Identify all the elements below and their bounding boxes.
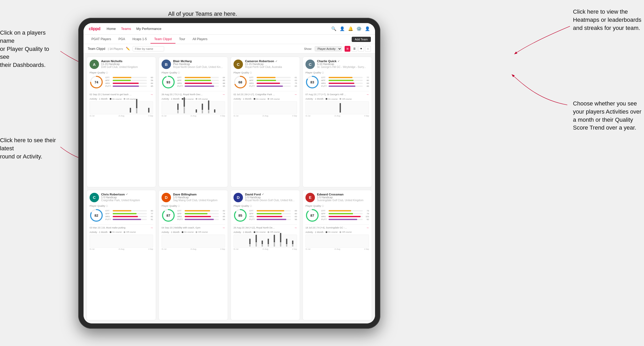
oncourse-dot — [326, 231, 327, 233]
tab-hcaps[interactable]: Hcaps 1-5 — [129, 35, 150, 44]
chart-labels: 31 Jul 21 Aug 4 Sep — [305, 248, 369, 250]
round-arrow-icon[interactable]: → — [222, 226, 225, 229]
arg-bar: ARG 83 — [249, 215, 297, 218]
player-card[interactable]: D David Ford ✓ 1-5 Handicap Royal North … — [231, 190, 300, 321]
round-arrow-icon[interactable]: → — [366, 226, 369, 229]
chart-label-mid: 21 Aug — [334, 115, 340, 117]
player-avatar: D — [162, 193, 171, 202]
quality-section[interactable]: 93 OTT 84 APP 85 ARG 88 — [162, 75, 225, 89]
round-arrow-icon[interactable]: → — [294, 226, 297, 229]
activity-legend: On course Off course — [110, 231, 136, 233]
round-arrow-icon[interactable]: → — [222, 93, 225, 96]
activity-title: Activity · 1 Month — [162, 98, 180, 100]
tab-pgat-players[interactable]: PGAT Players — [88, 35, 115, 44]
putt-bar: PUTT 85 — [105, 85, 153, 87]
filter-input[interactable] — [133, 46, 164, 51]
edit-icon[interactable]: ✏️ — [126, 47, 130, 51]
tab-all-players[interactable]: All Players — [189, 35, 211, 44]
show-select[interactable]: Player Activity — [315, 46, 342, 51]
round-arrow-icon[interactable]: → — [150, 93, 153, 96]
quality-section[interactable]: 74 OTT 60 APP 58 ARG 84 — [90, 75, 153, 89]
player-name[interactable]: Chris Robertson ✓ — [101, 193, 153, 196]
grid-view-button[interactable]: ⊞ — [345, 46, 350, 52]
quality-label: Player Quality ⓘ — [233, 204, 297, 207]
oncourse-label: On course — [256, 231, 266, 233]
latest-round-text: 26 Aug 23 | 73 (+1), Royal North Devon G… — [162, 93, 204, 96]
putt-bar: PUTT 92 — [321, 218, 369, 221]
latest-round[interactable]: 26 Aug 23 | 84 (+12), Royal North Devon … — [233, 224, 297, 229]
quality-section[interactable]: 68 OTT 61 APP 63 ARG 75 — [233, 75, 297, 89]
player-name[interactable]: Charlie Quick ✓ — [317, 60, 369, 63]
player-card[interactable]: C Charlie Quick ✓ 6-10 Handicap St. Geor… — [303, 57, 372, 187]
quality-section[interactable]: 87 OTT 82 APP 74 ARG 85 — [162, 209, 225, 222]
activity-chart — [90, 235, 153, 248]
arg-bar: ARG 75 — [249, 82, 297, 84]
activity-header: Activity · 1 Month On course Off course — [305, 231, 369, 233]
round-arrow-icon[interactable]: → — [366, 93, 369, 96]
latest-round[interactable]: 07 Aug 23 | 77 (+7), St George's Hill GC… — [305, 91, 369, 96]
activity-header: Activity · 1 Month On course Off course — [162, 98, 225, 100]
player-card[interactable]: E Edward Crossman 1-5 Handicap Sunningda… — [303, 190, 372, 321]
chart-label-start: 31 Jul — [305, 115, 310, 117]
chart-labels: 31 Jul 21 Aug 4 Sep — [90, 248, 153, 250]
latest-round[interactable]: 18 Jul 23 | 74 (+4), Sunningdale GC - Ol… — [305, 224, 369, 229]
latest-round[interactable]: 02 Jul 23 | 59 (+17), Craigmillar Park G… — [233, 91, 297, 96]
quality-bars: OTT 60 APP 58 ARG 84 PUTT 85 — [105, 76, 153, 88]
round-arrow-icon[interactable]: → — [294, 93, 297, 96]
player-name[interactable]: Cameron Robertson ✓ — [245, 60, 297, 63]
oncourse-label: On course — [112, 98, 122, 100]
latest-round[interactable]: 26 Aug 23 | 73 (+1), Royal North Devon G… — [162, 91, 225, 96]
chart-labels: 31 Jul 21 Aug 4 Sep — [233, 248, 297, 250]
player-name[interactable]: Blair McHarg — [173, 60, 225, 63]
person-icon[interactable]: 👤 — [340, 26, 345, 31]
avatar-icon[interactable]: 👤 — [365, 26, 370, 31]
quality-section[interactable]: 87 OTT 73 APP 79 ARG 103 — [305, 209, 369, 222]
nav-logo: clippd — [89, 26, 100, 31]
player-info: Charlie Quick ✓ 6-10 Handicap St. George… — [317, 60, 369, 68]
view-icons: ⊞ ☰ ▼ ↕ — [345, 46, 371, 52]
player-card[interactable]: A Aaron Nicholls 11-15 Handicap Drift Go… — [87, 57, 156, 187]
latest-round[interactable]: 03 Mar 23 | 19, Must make putting → — [90, 224, 153, 229]
nav-home[interactable]: Home — [107, 27, 116, 31]
app-bar: APP 58 — [105, 79, 153, 82]
arg-bar: ARG 85 — [177, 215, 225, 218]
search-icon[interactable]: 🔍 — [331, 26, 336, 31]
svg-text:93: 93 — [167, 80, 170, 84]
tab-tour[interactable]: Tour — [175, 35, 189, 44]
activity-section: Activity · 1 Month On course Off course — [90, 231, 153, 250]
nav-teams[interactable]: Teams — [121, 27, 131, 31]
round-arrow-icon[interactable]: → — [150, 226, 153, 229]
activity-title: Activity · 1 Month — [233, 231, 252, 233]
player-club: Craigmillar Park, United Kingdom — [101, 199, 153, 202]
add-team-button[interactable]: Add Team — [352, 37, 371, 42]
list-view-button[interactable]: ☰ — [351, 46, 357, 52]
settings-icon[interactable]: ⚙️ — [357, 26, 361, 31]
player-info: Blair McHarg Plus Handicap Royal North D… — [173, 60, 225, 68]
latest-round[interactable]: 04 Sep 23 | Mobility with coach, Gym → — [162, 224, 225, 229]
quality-section[interactable]: 85 OTT 89 APP 80 ARG 83 — [233, 209, 297, 222]
player-name[interactable]: David Ford ✓ — [245, 193, 297, 196]
sort-button[interactable]: ↕ — [365, 46, 371, 52]
player-card[interactable]: B Blair McHarg Plus Handicap Royal North… — [159, 57, 228, 187]
player-header: C Charlie Quick ✓ 6-10 Handicap St. Geor… — [305, 60, 369, 69]
tab-pga[interactable]: PGA — [115, 35, 129, 44]
player-card[interactable]: D Dave Billingham 1-5 Handicap Sag Maing… — [159, 190, 228, 321]
nav-my-performance[interactable]: My Performance — [136, 27, 161, 31]
offcourse-dot — [196, 98, 197, 100]
player-avatar: D — [233, 193, 243, 202]
app-bar: APP 85 — [177, 79, 225, 82]
player-card[interactable]: C Chris Robertson ✓ 1-5 Handicap Craigmi… — [87, 190, 156, 321]
filter-button[interactable]: ▼ — [358, 46, 364, 52]
quality-section[interactable]: 83 OTT 77 APP 80 ARG 83 — [305, 75, 369, 89]
activity-section: Activity · 1 Month On course Off course — [162, 231, 225, 250]
latest-round[interactable]: 02 Sep 23 | Sunset round to get back int… — [90, 91, 153, 96]
activity-header: Activity · 1 Month On course Off course — [162, 231, 225, 233]
player-name[interactable]: Dave Billingham — [173, 193, 225, 196]
player-card[interactable]: C Cameron Robertson ✓ 11-15 Handicap Roy… — [231, 57, 300, 187]
player-name[interactable]: Aaron Nicholls — [101, 60, 153, 63]
player-name[interactable]: Edward Crossman — [317, 193, 369, 196]
quality-section[interactable]: 82 OTT 60 APP 77 ARG 81 — [90, 209, 153, 222]
activity-header: Activity · 1 Month On course Off course — [90, 98, 153, 100]
bell-icon[interactable]: 🔔 — [348, 26, 353, 31]
tab-team-clippd[interactable]: Team Clippd — [150, 35, 175, 44]
